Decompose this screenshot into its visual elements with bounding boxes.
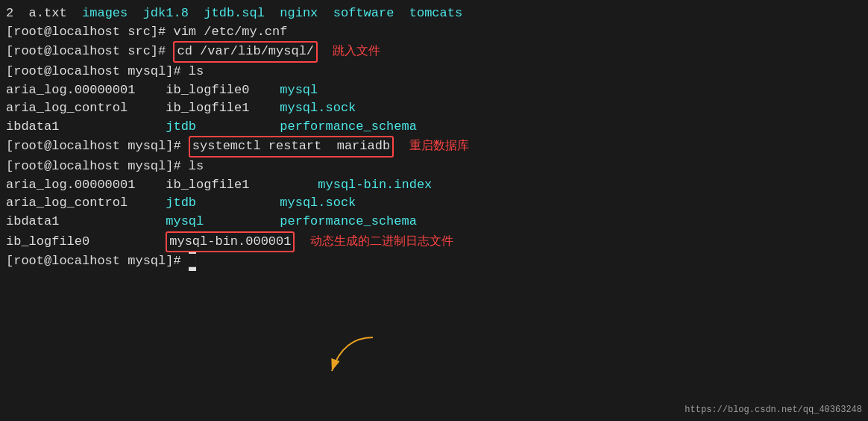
line12-mysql: mysql: [166, 213, 280, 231]
line5-cyan: mysql: [280, 81, 318, 100]
line-3: [root@localhost src]# cd /var/lib/mysql/…: [6, 41, 862, 63]
line11-jtdb: jtdb: [166, 194, 280, 213]
line13-cmd: mysql-bin.000001: [166, 231, 295, 253]
line-10: aria_log.00000001 ib_logfile1 mysql-bin.…: [6, 176, 862, 195]
line9-text: [root@localhost mysql]# ls: [6, 158, 204, 176]
line10-cyan: mysql-bin.index: [318, 176, 432, 195]
line7-perf: performance_schema: [280, 118, 417, 137]
line13-annotation: 动态生成的二进制日志文件: [310, 234, 453, 251]
line1-text: 2 a.txt: [6, 4, 82, 23]
line3-prompt: [root@localhost src]#: [6, 43, 173, 61]
line12-perf: performance_schema: [280, 213, 417, 231]
line6-cyan: mysql.sock: [280, 99, 356, 118]
line3-space: [318, 43, 333, 61]
line1-jdk: jdk1.8: [143, 4, 204, 23]
line8-prompt: [root@localhost mysql]#: [6, 137, 189, 156]
line5-white: aria_log.00000001 ib_logfile0: [6, 81, 280, 100]
watermark: https://blog.csdn.net/qq_40363248: [685, 404, 862, 417]
line-11: aria_log_control jtdb mysql.sock: [6, 194, 862, 213]
line-8: [root@localhost mysql]# systemctl restar…: [6, 136, 862, 158]
line11-white: aria_log_control: [6, 194, 166, 213]
line8-cmd: systemctl restart mariadb: [189, 136, 394, 158]
line6-white: aria_log_control ib_logfile1: [6, 99, 280, 118]
line3-annotation: 跳入文件: [333, 43, 380, 60]
line13-space: [295, 233, 309, 252]
line14-prompt: [root@localhost mysql]#: [6, 252, 189, 271]
line10-white: aria_log.00000001 ib_logfile1: [6, 176, 318, 195]
line-12: ibdata1 mysql performance_schema: [6, 213, 862, 231]
line11-sock: mysql.sock: [280, 194, 356, 213]
line7-jtdb: jtdb: [166, 118, 280, 137]
line3-cmd: cd /var/lib/mysql/: [173, 41, 318, 63]
line-1: 2 a.txt images jdk1.8 jtdb.sql nginx sof…: [6, 4, 862, 23]
line2-text: [root@localhost src]# vim /etc/my.cnf: [6, 23, 287, 42]
line-2: [root@localhost src]# vim /etc/my.cnf: [6, 23, 862, 42]
line4-text: [root@localhost mysql]# ls: [6, 63, 204, 81]
line1-software: software: [333, 4, 409, 23]
line-4: [root@localhost mysql]# ls: [6, 63, 862, 81]
line-5: aria_log.00000001 ib_logfile0 mysql: [6, 81, 862, 100]
line8-space: [394, 137, 409, 156]
line7-white: ibdata1: [6, 118, 166, 137]
line8-annotation: 重启数据库: [409, 138, 469, 155]
arrow-annotation: [328, 334, 388, 385]
line-14: [root@localhost mysql]# █: [6, 252, 862, 271]
line-13: ib_logfile0 mysql-bin.000001 动态生成的二进制日志文…: [6, 231, 862, 253]
line1-images: images: [82, 4, 143, 23]
line14-cursor: █: [189, 252, 196, 271]
line13-white: ib_logfile0: [6, 233, 166, 252]
line1-jtdb: jtdb.sql: [204, 4, 280, 23]
arrow-svg: [328, 334, 388, 378]
line-9: [root@localhost mysql]# ls: [6, 158, 862, 176]
line-6: aria_log_control ib_logfile1 mysql.sock: [6, 99, 862, 118]
line1-nginx: nginx: [280, 4, 333, 23]
line12-white: ibdata1: [6, 213, 166, 231]
terminal: 2 a.txt images jdk1.8 jtdb.sql nginx sof…: [0, 0, 868, 421]
line-7: ibdata1 jtdb performance_schema: [6, 118, 862, 137]
line1-tomcats: tomcats: [409, 4, 462, 23]
